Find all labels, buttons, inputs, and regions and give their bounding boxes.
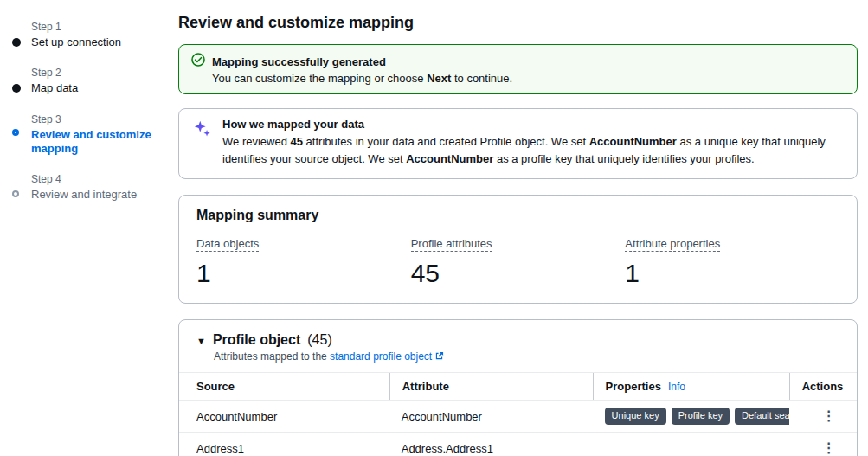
stat-profile-attributes: Profile attributes 45 [411,235,626,287]
stat-label-data-objects[interactable]: Data objects [196,237,259,252]
column-header-attribute[interactable]: Attribute [389,373,593,400]
success-alert: Mapping successfully generated You can c… [178,44,858,94]
step-number: Step 1 [31,21,164,33]
row-actions-kebab-icon[interactable]: ⋮ [813,440,845,456]
sparkle-icon [193,119,212,168]
column-header-source[interactable]: Source [179,373,389,400]
mapping-summary-stats: Data objects 1 Profile attributes 45 Att… [196,235,839,287]
wizard-step-2[interactable]: Step 2 Map data [12,67,164,95]
stat-value-profile-attributes: 45 [411,259,626,287]
row-actions-kebab-icon[interactable]: ⋮ [813,408,845,425]
property-badge: Profile key [672,408,730,425]
cell-source: Address1 [179,437,389,456]
external-link-icon [434,351,444,363]
ai-box-content: How we mapped your data We reviewed 45 a… [222,118,843,168]
step-label[interactable]: Set up connection [31,35,164,49]
alert-title: Mapping successfully generated [212,55,386,68]
property-badge: Unique key [605,408,666,425]
step-number: Step 4 [31,173,164,185]
table-header-row: Source Attribute PropertiesInfo Actions [179,372,857,400]
step-label: Review and integrate [31,188,164,202]
cell-actions: ⋮ [789,402,857,430]
wizard-step-4: Step 4 Review and integrate [12,173,164,202]
mapping-summary-card: Mapping summary Data objects 1 Profile a… [178,195,858,304]
standard-profile-object-link[interactable]: standard profile object [330,350,444,363]
ai-mapping-summary-box: How we mapped your data We reviewed 45 a… [178,108,858,179]
table-row: AccountNumber AccountNumber Unique key P… [179,400,857,432]
cell-properties [593,443,789,453]
stat-attribute-properties: Attribute properties 1 [625,235,839,287]
cell-attribute: Address.Address1 [389,437,593,456]
success-check-icon [191,53,205,70]
properties-info-link[interactable]: Info [668,381,685,393]
profile-object-header: ▼ Profile object (45) Attributes mapped … [179,332,857,372]
stat-value-data-objects: 1 [196,259,411,287]
profile-object-subtitle: Attributes mapped to the standard profil… [214,350,839,363]
step-number: Step 2 [31,67,164,79]
cell-properties: Unique key Profile key Default search ke… [593,402,789,430]
profile-object-count: (45) [307,332,331,348]
step-label[interactable]: Review and customize mapping [31,128,164,157]
ai-box-title: How we mapped your data [222,118,843,131]
column-header-properties[interactable]: PropertiesInfo [593,373,789,400]
step-upcoming-icon [12,190,19,197]
table-row: Address1 Address.Address1 ⋮ [179,432,857,456]
wizard-steps: Step 1 Set up connection Step 2 Map data… [0,0,170,456]
stat-label-profile-attributes[interactable]: Profile attributes [411,237,492,252]
step-active-icon [12,129,19,136]
main-content: Review and customize mapping Mapping suc… [170,0,868,456]
ai-box-text: We reviewed 45 attributes in your data a… [222,133,843,168]
profile-object-title: Profile object [213,332,300,348]
alert-message: You can customize the mapping or choose … [212,72,845,85]
cell-source: AccountNumber [179,405,389,428]
stat-data-objects: Data objects 1 [196,235,411,287]
mapping-summary-title: Mapping summary [196,208,839,223]
wizard-step-3-active[interactable]: Step 3 Review and customize mapping [12,113,164,157]
page: Step 1 Set up connection Step 2 Map data… [0,0,868,456]
step-done-icon [12,38,21,47]
step-done-icon [12,84,21,93]
step-label[interactable]: Map data [31,81,164,95]
wizard-step-1[interactable]: Step 1 Set up connection [12,21,164,49]
property-badge: Default search key [735,408,789,425]
step-number: Step 3 [31,113,164,125]
cell-actions: ⋮ [789,434,857,456]
collapse-caret-icon[interactable]: ▼ [196,336,206,346]
profile-object-card: ▼ Profile object (45) Attributes mapped … [178,319,858,456]
stat-label-attribute-properties[interactable]: Attribute properties [625,237,720,252]
page-title: Review and customize mapping [178,14,858,32]
cell-attribute: AccountNumber [389,405,593,428]
stat-value-attribute-properties: 1 [625,259,839,287]
column-header-actions: Actions [789,373,857,400]
